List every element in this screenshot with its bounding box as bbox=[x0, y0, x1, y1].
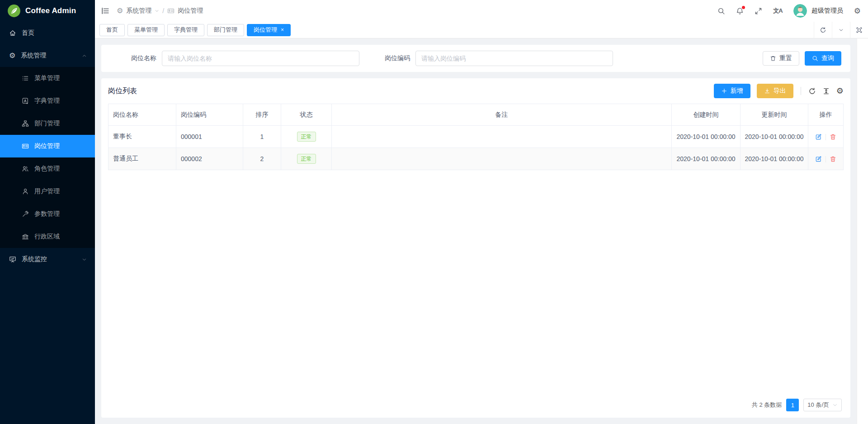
tab-menu-mgmt[interactable]: 菜单管理 bbox=[127, 24, 165, 36]
maximize-icon[interactable] bbox=[850, 22, 868, 38]
reset-button[interactable]: 重置 bbox=[763, 51, 799, 66]
col-remark: 备注 bbox=[332, 104, 672, 126]
cell-post-code: 000001 bbox=[176, 126, 243, 148]
add-label: 新增 bbox=[731, 87, 743, 95]
system-submenu: 菜单管理 字典管理 部门管理 岗位管理 角色管理 用户管理 bbox=[0, 67, 95, 248]
monitor-icon bbox=[9, 256, 16, 263]
menu-fold-icon[interactable] bbox=[101, 7, 109, 15]
sidebar-item-user-mgmt[interactable]: 用户管理 bbox=[0, 180, 95, 203]
post-code-label: 岗位编码 bbox=[385, 54, 410, 62]
refresh-icon[interactable] bbox=[808, 87, 816, 95]
fullscreen-icon[interactable] bbox=[755, 7, 762, 15]
close-icon[interactable]: × bbox=[281, 27, 284, 33]
settings-gear-icon[interactable]: ⚙ bbox=[854, 7, 861, 15]
id-card-icon bbox=[167, 7, 175, 14]
avatar bbox=[793, 4, 807, 18]
post-code-field-group: 岗位编码 bbox=[385, 51, 613, 66]
export-button[interactable]: 导出 bbox=[757, 84, 793, 98]
chevron-up-icon bbox=[82, 53, 87, 58]
tab-label: 首页 bbox=[106, 26, 118, 34]
tab-label: 岗位管理 bbox=[254, 26, 277, 34]
sidebar-item-label: 行政区域 bbox=[34, 233, 60, 241]
org-chart-icon bbox=[22, 120, 29, 127]
sidebar-item-system[interactable]: ⚙ 系统管理 bbox=[0, 44, 95, 67]
page-size-select[interactable]: 10 条/页 bbox=[803, 399, 842, 411]
col-updated: 更新时间 bbox=[741, 104, 808, 126]
tab-controls bbox=[814, 22, 868, 38]
col-post-code: 岗位编码 bbox=[176, 104, 243, 126]
sidebar-item-param-mgmt[interactable]: 参数管理 bbox=[0, 203, 95, 225]
table-row: 董事长 000001 1 正常 2020-10-01 00:00:00 2020… bbox=[108, 126, 844, 148]
column-settings-gear-icon[interactable]: ⚙ bbox=[836, 87, 844, 95]
breadcrumb-level2: 岗位管理 bbox=[178, 7, 203, 15]
page-button-1[interactable]: 1 bbox=[786, 399, 799, 411]
breadcrumb: ⚙ 系统管理 / 岗位管理 bbox=[117, 7, 203, 15]
status-badge: 正常 bbox=[297, 132, 316, 142]
delete-icon[interactable] bbox=[830, 133, 836, 140]
tab-home[interactable]: 首页 bbox=[99, 24, 125, 36]
tab-label: 部门管理 bbox=[214, 26, 237, 34]
breadcrumb-level1[interactable]: 系统管理 bbox=[126, 7, 151, 15]
chevron-down-icon bbox=[832, 402, 838, 408]
notification-bell-icon[interactable] bbox=[736, 7, 744, 15]
chevron-down-icon bbox=[82, 257, 87, 262]
translate-icon[interactable]: 文A bbox=[773, 7, 782, 15]
post-code-input[interactable] bbox=[415, 51, 613, 66]
chevron-down-icon[interactable] bbox=[832, 22, 850, 38]
tab-label: 字典管理 bbox=[174, 26, 198, 34]
cell-updated: 2020-10-01 00:00:00 bbox=[741, 126, 808, 148]
main-area: ⚙ 系统管理 / 岗位管理 文A 超级管理员 ⚙ bbox=[95, 0, 868, 424]
post-name-label: 岗位名称 bbox=[131, 54, 156, 62]
breadcrumb-separator: / bbox=[162, 7, 164, 14]
tab-post-mgmt[interactable]: 岗位管理 × bbox=[247, 24, 291, 36]
post-table: 岗位名称 岗位编码 排序 状态 备注 创建时间 更新时间 操作 董事长 bbox=[108, 104, 844, 170]
notification-dot bbox=[742, 6, 745, 9]
pagination-total: 共 2 条数据 bbox=[752, 401, 782, 409]
col-created: 创建时间 bbox=[672, 104, 741, 126]
search-icon[interactable] bbox=[717, 7, 725, 15]
sidebar-item-monitor[interactable]: 系统监控 bbox=[0, 248, 95, 271]
sidebar-item-menu-mgmt[interactable]: 菜单管理 bbox=[0, 67, 95, 90]
status-badge: 正常 bbox=[297, 154, 316, 164]
body-row: 岗位名称 岗位编码 重置 查询 bbox=[95, 38, 868, 424]
id-card-icon bbox=[22, 143, 29, 150]
delete-icon[interactable] bbox=[830, 156, 836, 162]
sidebar-item-label: 用户管理 bbox=[34, 187, 60, 195]
edit-icon[interactable] bbox=[815, 156, 822, 162]
search-icon bbox=[812, 55, 818, 62]
reset-label: 重置 bbox=[779, 54, 792, 62]
sidebar-item-home[interactable]: 首页 bbox=[0, 22, 95, 44]
navbar-left: ⚙ 系统管理 / 岗位管理 bbox=[101, 7, 203, 15]
content: 岗位名称 岗位编码 重置 查询 bbox=[95, 38, 857, 424]
user-icon bbox=[22, 188, 29, 195]
col-sort: 排序 bbox=[243, 104, 281, 126]
sidebar-item-region-mgmt[interactable]: 行政区域 bbox=[0, 225, 95, 248]
list-icon bbox=[22, 75, 29, 82]
table-row: 普通员工 000002 2 正常 2020-10-01 00:00:00 202… bbox=[108, 148, 844, 170]
divider bbox=[801, 87, 801, 95]
right-panel-strip bbox=[857, 38, 868, 424]
cell-remark bbox=[332, 148, 672, 170]
sidebar-item-dept-mgmt[interactable]: 部门管理 bbox=[0, 112, 95, 135]
tab-dict-mgmt[interactable]: 字典管理 bbox=[167, 24, 204, 36]
sidebar-item-label: 菜单管理 bbox=[34, 74, 60, 82]
sidebar-item-role-mgmt[interactable]: 角色管理 bbox=[0, 157, 95, 180]
row-density-icon[interactable] bbox=[822, 87, 830, 95]
pagination: 共 2 条数据 1 10 条/页 bbox=[108, 394, 844, 414]
sidebar-item-dict-mgmt[interactable]: 字典管理 bbox=[0, 90, 95, 112]
add-button[interactable]: 新增 bbox=[714, 84, 750, 98]
post-name-input[interactable] bbox=[162, 51, 359, 66]
edit-icon[interactable] bbox=[815, 133, 822, 140]
page-size-value: 10 条/页 bbox=[807, 401, 829, 409]
user-menu[interactable]: 超级管理员 bbox=[793, 4, 843, 18]
gear-icon: ⚙ bbox=[9, 52, 15, 59]
refresh-icon[interactable] bbox=[814, 22, 832, 38]
cell-operations bbox=[808, 148, 844, 170]
cell-post-name: 董事长 bbox=[108, 126, 176, 148]
sidebar-item-post-mgmt[interactable]: 岗位管理 bbox=[0, 135, 95, 157]
tab-dept-mgmt[interactable]: 部门管理 bbox=[207, 24, 244, 36]
query-button[interactable]: 查询 bbox=[805, 51, 841, 66]
tab-label: 菜单管理 bbox=[134, 26, 158, 34]
cell-created: 2020-10-01 00:00:00 bbox=[672, 126, 741, 148]
bank-icon bbox=[22, 233, 29, 240]
